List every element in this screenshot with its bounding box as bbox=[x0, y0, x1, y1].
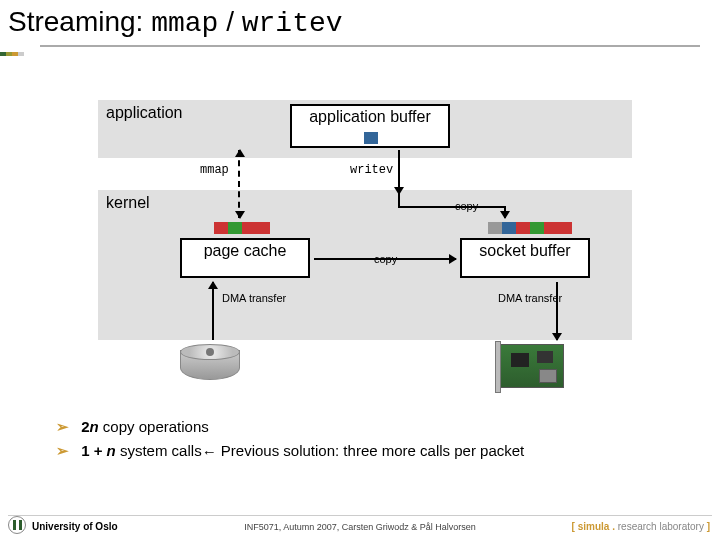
bullet1-n: n bbox=[90, 418, 99, 435]
footer-simula: [ simula . research laboratory ] bbox=[572, 521, 710, 532]
footer-rbracket: ] bbox=[704, 521, 710, 532]
dma-arrow-left bbox=[212, 282, 214, 340]
dma-label-left: DMA transfer bbox=[222, 292, 286, 304]
dma-label-right: DMA transfer bbox=[498, 292, 562, 304]
bullet2-prefix: 1 + bbox=[81, 442, 106, 459]
title-plain: Streaming: bbox=[8, 6, 151, 37]
kernel-label: kernel bbox=[106, 194, 150, 212]
page-cache-box: page cache bbox=[180, 238, 310, 278]
footer-dot: . bbox=[609, 521, 617, 532]
bullet2-mid: system calls bbox=[116, 442, 202, 459]
bullet-2: ➢ 1 + n system calls← Previous solution:… bbox=[56, 442, 524, 460]
bullet-glyph-icon: ➢ bbox=[56, 418, 69, 435]
bullet-list: ➢ 2n copy operations ➢ 1 + n system call… bbox=[56, 418, 524, 466]
bullet2-n: n bbox=[107, 442, 116, 459]
slide-title: Streaming: mmap / writev bbox=[8, 6, 343, 39]
footer-simula-word: simula bbox=[578, 521, 610, 532]
page-cache-label: page cache bbox=[204, 242, 287, 259]
footer-lab: research laboratory bbox=[618, 521, 704, 532]
bullet2-suffix: Previous solution: three more calls per … bbox=[217, 442, 525, 459]
bullet-glyph-icon: ➢ bbox=[56, 442, 69, 459]
application-label: application bbox=[106, 104, 183, 122]
socket-buffer-chips bbox=[488, 222, 572, 234]
title-code-writev: writev bbox=[242, 8, 343, 39]
app-buffer-data-chip bbox=[364, 132, 378, 144]
bullet-1: ➢ 2n copy operations bbox=[56, 418, 524, 436]
application-buffer-label: application buffer bbox=[309, 108, 431, 125]
title-rule bbox=[40, 45, 700, 47]
socket-buffer-label: socket buffer bbox=[479, 242, 570, 259]
left-arrow-icon: ← bbox=[202, 443, 217, 460]
title-slash: / bbox=[218, 6, 241, 37]
application-buffer-box: application buffer bbox=[290, 104, 450, 148]
title-accent-bars bbox=[0, 44, 40, 48]
disk-icon bbox=[180, 344, 240, 386]
mmap-arrow bbox=[238, 150, 240, 218]
footer-rule bbox=[8, 515, 712, 516]
page-cache-chips bbox=[214, 222, 270, 234]
writev-arrow-label: writev bbox=[350, 163, 393, 177]
title-code-mmap: mmap bbox=[151, 8, 218, 39]
copy-arrow-horizontal bbox=[314, 258, 456, 260]
nic-icon bbox=[500, 344, 564, 388]
mmap-arrow-label: mmap bbox=[200, 163, 229, 177]
socket-buffer-box: socket buffer bbox=[460, 238, 590, 278]
bullet1-rest: copy operations bbox=[99, 418, 209, 435]
bullet1-2: 2 bbox=[81, 418, 89, 435]
dma-arrow-right bbox=[556, 282, 558, 340]
writev-arrow-down bbox=[398, 150, 400, 194]
